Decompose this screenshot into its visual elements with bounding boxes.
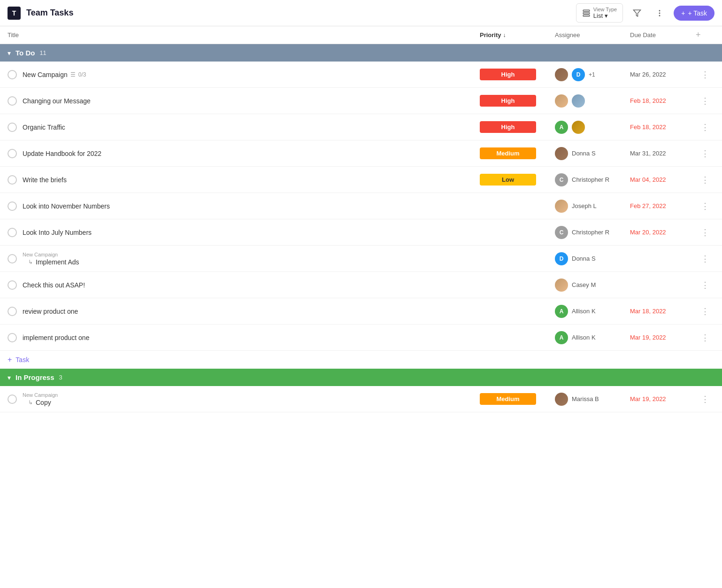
task-duedate: Feb 18, 2022 (630, 97, 696, 104)
task-info: Look into November Numbers (23, 202, 480, 210)
task-info: Organic Traffic (23, 124, 480, 131)
task-more-button[interactable]: ⋮ (699, 225, 711, 240)
avatar: D (572, 68, 585, 81)
avatar: A (555, 331, 568, 344)
task-info: New Campaign ↳ Copy (23, 392, 480, 406)
task-name: ↳ Copy (23, 399, 480, 406)
task-checkbox[interactable] (8, 70, 17, 79)
ellipsis-icon (655, 9, 664, 17)
task-priority: High (480, 69, 555, 80)
task-checkbox[interactable] (8, 333, 17, 342)
todo-toggle[interactable]: ▾ (8, 49, 11, 57)
priority-badge[interactable]: Medium (480, 147, 536, 159)
col-actions-header: + (696, 30, 714, 40)
list-icon (582, 9, 591, 17)
avatar (555, 147, 568, 160)
avatar (555, 393, 568, 406)
task-name: implement product one (23, 334, 480, 341)
task-info: New Campaign ↳ Implement Ads (23, 252, 480, 266)
task-actions: ⋮ (696, 199, 714, 213)
task-assignee (555, 94, 630, 108)
task-priority: Medium (480, 147, 555, 159)
filter-icon (633, 9, 641, 17)
task-info: Update Handbook for 2022 (23, 150, 480, 157)
priority-badge[interactable]: Low (480, 174, 536, 186)
table-row: Update Handbook for 2022 Medium Donna S … (0, 140, 722, 167)
task-assignee: Joseph L (555, 200, 630, 213)
avatar: C (555, 173, 568, 186)
task-duedate: Feb 18, 2022 (630, 124, 696, 131)
view-type-label: View Type List ▾ (593, 7, 617, 19)
task-assignee: D +1 (555, 68, 630, 81)
view-type-button[interactable]: View Type List ▾ (576, 3, 623, 23)
column-headers: Title Priority ↓ Assignee Due Date + (0, 26, 722, 44)
task-duedate: Mar 19, 2022 (630, 395, 696, 402)
task-more-button[interactable]: ⋮ (699, 173, 711, 187)
assignee-name: Allison K (572, 334, 596, 341)
task-more-button[interactable]: ⋮ (699, 94, 711, 108)
task-info: Look Into July Numbers (23, 229, 480, 236)
avatar: A (555, 121, 568, 134)
logo-icon: T (12, 9, 16, 17)
table-row: New Campaign ☰ 0/3 High D +1 Mar 26, 202… (0, 62, 722, 88)
table-row: review product one A Allison K Mar 18, 2… (0, 298, 722, 325)
svg-marker-3 (634, 10, 641, 16)
task-checkbox[interactable] (8, 307, 17, 316)
task-meta: New Campaign ☰ 0/3 (23, 71, 480, 78)
task-duedate: Mar 20, 2022 (630, 229, 696, 236)
task-actions: ⋮ (696, 173, 714, 187)
task-checkbox[interactable] (8, 175, 17, 185)
task-more-button[interactable]: ⋮ (699, 331, 711, 345)
task-checkbox[interactable] (8, 254, 17, 263)
assignee-name: Marissa B (572, 395, 599, 402)
add-task-row[interactable]: + Task (0, 351, 722, 369)
task-name: Write the briefs (23, 176, 480, 184)
task-actions: ⋮ (696, 147, 714, 161)
task-checkbox[interactable] (8, 96, 17, 106)
table-row: New Campaign ↳ Copy Medium Marissa B Mar… (0, 386, 722, 412)
task-duedate: Feb 27, 2022 (630, 202, 696, 209)
task-more-button[interactable]: ⋮ (699, 252, 711, 266)
svg-rect-2 (583, 15, 590, 16)
inprogress-toggle[interactable]: ▾ (8, 374, 11, 381)
svg-point-6 (659, 15, 660, 16)
table-row: Write the briefs Low C Christopher R Mar… (0, 167, 722, 193)
task-checkbox[interactable] (8, 201, 17, 211)
add-column-button[interactable]: + (696, 30, 701, 40)
task-assignee: A (555, 121, 630, 134)
task-priority: High (480, 121, 555, 133)
task-priority: Medium (480, 393, 555, 405)
subtask-count: 0/3 (78, 71, 86, 78)
col-priority-header[interactable]: Priority ↓ (480, 31, 555, 39)
avatar: A (555, 305, 568, 318)
task-checkbox[interactable] (8, 280, 17, 290)
avatar (555, 200, 568, 213)
task-more-button[interactable]: ⋮ (699, 68, 711, 82)
task-more-button[interactable]: ⋮ (699, 147, 711, 161)
task-checkbox[interactable] (8, 228, 17, 237)
assignee-name: Donna S (572, 150, 596, 157)
svg-rect-1 (583, 12, 590, 14)
col-assignee-header: Assignee (555, 31, 630, 39)
task-more-button[interactable]: ⋮ (699, 392, 711, 406)
priority-badge[interactable]: High (480, 95, 536, 107)
task-more-button[interactable]: ⋮ (699, 278, 711, 292)
task-checkbox[interactable] (8, 395, 17, 404)
task-info: Check this out ASAP! (23, 281, 480, 289)
task-checkbox[interactable] (8, 149, 17, 158)
priority-badge[interactable]: High (480, 121, 536, 133)
priority-badge[interactable]: Medium (480, 393, 536, 405)
assignee-name: Christopher R (572, 176, 609, 183)
app-logo: T (8, 7, 21, 20)
table-row: Look into November Numbers Joseph L Feb … (0, 193, 722, 219)
task-more-button[interactable]: ⋮ (699, 199, 711, 213)
add-task-button[interactable]: + + Task (674, 6, 714, 21)
task-duedate: Mar 31, 2022 (630, 150, 696, 157)
priority-badge[interactable]: High (480, 69, 536, 80)
more-options-button[interactable] (651, 5, 668, 22)
table-row: Organic Traffic High A Feb 18, 2022 ⋮ (0, 114, 722, 140)
filter-button[interactable] (629, 5, 645, 22)
task-checkbox[interactable] (8, 123, 17, 132)
task-more-button[interactable]: ⋮ (699, 120, 711, 134)
task-more-button[interactable]: ⋮ (699, 304, 711, 318)
